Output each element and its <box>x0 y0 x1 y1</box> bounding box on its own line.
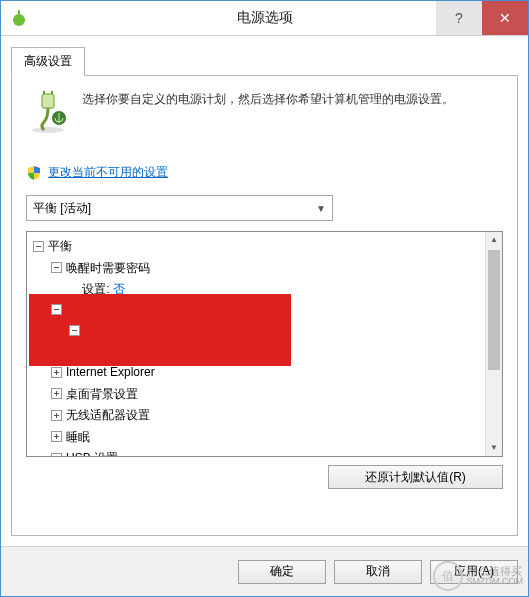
hdd-minutes-input[interactable] <box>169 343 209 361</box>
dialog-footer: 确定 取消 应用(A) <box>1 546 528 596</box>
tree-leaf-wake-setting[interactable]: 设置: 否 <box>69 279 502 299</box>
tree-node-ie[interactable]: Internet Explorer <box>51 362 155 382</box>
shield-icon <box>26 165 42 181</box>
tree-node-balanced[interactable]: 平衡 <box>33 236 72 256</box>
expand-icon[interactable] <box>51 410 62 421</box>
tab-advanced[interactable]: 高级设置 <box>11 47 85 76</box>
tree-node-wake-password[interactable]: 唤醒时需要密码 <box>51 258 150 278</box>
hdd-minutes-label: 设置(分钟): <box>100 345 163 359</box>
chevron-down-icon: ▼ <box>316 203 326 214</box>
tree-node-desktop-bg[interactable]: 桌面背景设置 <box>51 384 138 404</box>
intro-row: 选择你要自定义的电源计划，然后选择你希望计算机管理的电源设置。 <box>26 90 503 150</box>
tree-leaf-hdd-minutes[interactable]: 设置(分钟): ▲▼ <box>87 342 502 362</box>
apply-button[interactable]: 应用(A) <box>430 560 518 584</box>
svg-point-2 <box>32 127 64 133</box>
tree-node-hdd[interactable]: 硬盘 <box>51 299 90 319</box>
scroll-up-icon[interactable]: ▲ <box>486 232 502 248</box>
expand-icon[interactable] <box>51 388 62 399</box>
plan-select[interactable]: 平衡 [活动] ▼ <box>26 195 333 221</box>
help-button[interactable]: ? <box>436 1 482 35</box>
restore-defaults-button[interactable]: 还原计划默认值(R) <box>328 465 503 489</box>
tab-panel: 选择你要自定义的电源计划，然后选择你希望计算机管理的电源设置。 更改当前不可用的… <box>11 75 518 536</box>
expand-icon[interactable] <box>51 453 62 458</box>
shield-link-row: 更改当前不可用的设置 <box>26 164 503 181</box>
hdd-minutes-spinner[interactable]: ▲▼ <box>169 343 227 361</box>
spinner-arrows[interactable]: ▲▼ <box>209 343 227 361</box>
spinner-up-icon[interactable]: ▲ <box>210 344 226 353</box>
tree-node-usb[interactable]: USB 设置 <box>51 448 118 457</box>
power-options-icon <box>26 90 70 134</box>
spinner-down-icon[interactable]: ▼ <box>210 353 226 361</box>
collapse-icon[interactable] <box>51 262 62 273</box>
scroll-down-icon[interactable]: ▼ <box>486 440 502 456</box>
expand-icon[interactable] <box>51 367 62 378</box>
dialog-window: 电源选项 ? ✕ 高级设置 选择你要自定义的电源计划， <box>0 0 529 597</box>
svg-rect-3 <box>42 94 54 108</box>
window-buttons: ? ✕ <box>436 1 528 35</box>
restore-row: 还原计划默认值(R) <box>26 465 503 489</box>
settings-tree: 平衡 唤醒时需要密码 设置: <box>26 231 503 457</box>
collapse-icon[interactable] <box>33 241 44 252</box>
collapse-icon[interactable] <box>51 304 62 315</box>
scroll-thumb[interactable] <box>488 250 500 370</box>
power-plug-icon <box>9 8 29 28</box>
tree-node-hdd-off-after[interactable]: 在此时间后关闭硬盘 <box>69 321 192 341</box>
collapse-icon[interactable] <box>69 325 80 336</box>
tree-node-sleep[interactable]: 睡眠 <box>51 427 90 447</box>
expand-icon[interactable] <box>51 431 62 442</box>
tree-node-wireless[interactable]: 无线适配器设置 <box>51 405 150 425</box>
change-unavailable-link[interactable]: 更改当前不可用的设置 <box>48 164 168 181</box>
ok-button[interactable]: 确定 <box>238 560 326 584</box>
plan-select-value: 平衡 [活动] <box>33 200 91 217</box>
dialog-body: 高级设置 选择你要自定义的电源计划，然后选择你希望计算机管理的电源设置。 <box>1 36 528 546</box>
tabstrip: 高级设置 <box>11 46 518 75</box>
cancel-button[interactable]: 取消 <box>334 560 422 584</box>
close-button[interactable]: ✕ <box>482 1 528 35</box>
wake-password-value[interactable]: 否 <box>113 282 125 296</box>
tree-scrollbar[interactable]: ▲ ▼ <box>485 232 502 456</box>
svg-rect-1 <box>18 10 20 16</box>
intro-text: 选择你要自定义的电源计划，然后选择你希望计算机管理的电源设置。 <box>82 90 454 150</box>
titlebar: 电源选项 ? ✕ <box>1 1 528 36</box>
